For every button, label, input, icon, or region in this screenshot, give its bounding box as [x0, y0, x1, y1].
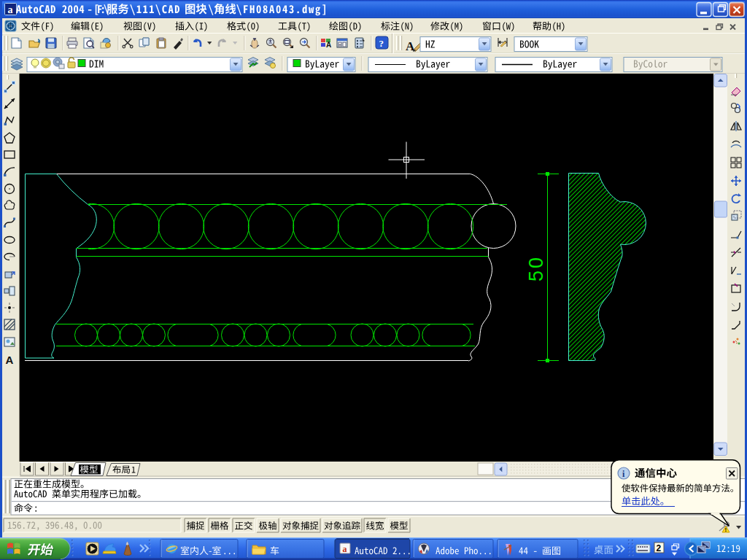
svg-text:?: ? [379, 38, 384, 49]
svg-text:50: 50 [525, 255, 547, 281]
svg-text:a: a [8, 4, 13, 15]
svg-text:!: ! [725, 526, 727, 533]
svg-text:A: A [6, 354, 14, 366]
svg-text:a: a [343, 544, 347, 554]
svg-text:A: A [326, 41, 331, 49]
svg-text:2: 2 [657, 543, 662, 553]
